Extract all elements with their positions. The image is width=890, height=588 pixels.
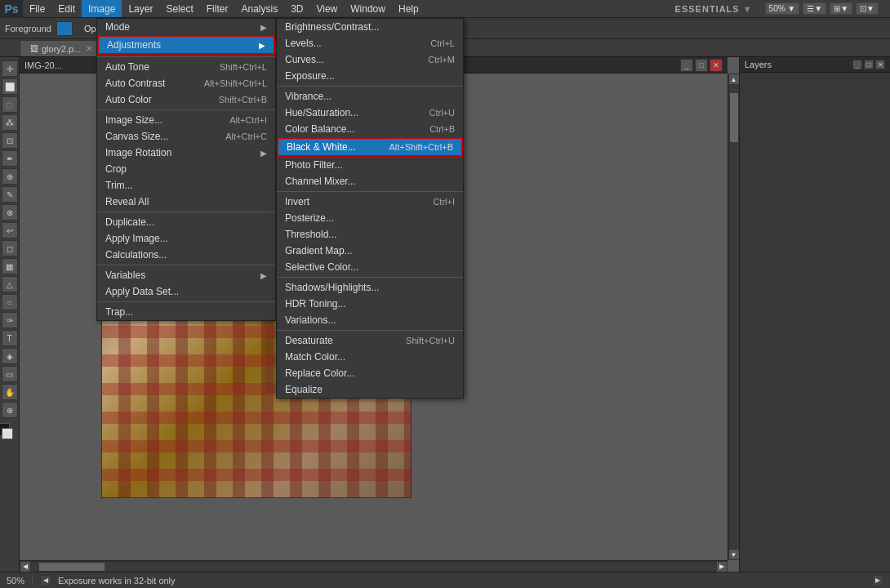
menu-select[interactable]: Select [159, 0, 199, 17]
tab-glory2[interactable]: 🖼 glory2.p... ✕ [20, 40, 103, 56]
adj-curves[interactable]: Curves... Ctrl+M [277, 51, 463, 68]
adj-invert[interactable]: Invert Ctrl+I [277, 194, 463, 210]
tool-brush[interactable]: ✎ [2, 186, 18, 203]
menu-canvas-size[interactable]: Canvas Size... Alt+Ctrl+C [97, 128, 275, 145]
adj-variations[interactable]: Variations... [277, 312, 463, 328]
tool-clone[interactable]: ⊗ [2, 204, 18, 220]
tool-shape[interactable]: ▭ [2, 366, 18, 382]
panel-close[interactable]: ✕ [875, 60, 885, 69]
adj-posterize[interactable]: Posterize... [277, 210, 463, 226]
menu-bar: Ps File Edit Image Layer Select Filter A… [0, 0, 890, 18]
panel-minimize[interactable]: _ [852, 60, 862, 69]
tool-eyedropper[interactable]: ✒ [2, 150, 18, 167]
menu-apply-image[interactable]: Apply Image... [97, 230, 275, 247]
menu-window[interactable]: Window [344, 0, 392, 17]
menu-help[interactable]: Help [392, 0, 425, 17]
adj-levels[interactable]: Levels... Ctrl+L [277, 35, 463, 51]
adj-vibrance[interactable]: Vibrance... [277, 88, 463, 105]
adj-gradient-map[interactable]: Gradient Map... [277, 243, 463, 259]
menu-image[interactable]: Image [82, 0, 122, 17]
menu-file[interactable]: File [23, 0, 51, 17]
menu-auto-contrast[interactable]: Auto Contrast Alt+Shift+Ctrl+L [97, 75, 275, 91]
adj-hue-saturation[interactable]: Hue/Saturation... Ctrl+U [277, 105, 463, 121]
menu-apply-data-set[interactable]: Apply Data Set... [97, 283, 275, 300]
scroll-down-btn[interactable]: ▼ [729, 550, 739, 559]
scroll-h-thumb[interactable] [39, 563, 105, 571]
adj-photo-filter[interactable]: Photo Filter... [277, 157, 463, 173]
menu-view[interactable]: View [309, 0, 344, 17]
foreground-color-swatch[interactable] [56, 21, 73, 36]
extras-dropdown[interactable]: ⊡▼ [856, 2, 879, 15]
menu-calculations[interactable]: Calculations... [97, 247, 275, 263]
horizontal-scrollbar[interactable]: ◀ ▶ [20, 560, 728, 572]
adj-equalize[interactable]: Equalize [277, 381, 463, 398]
menu-image-rotation[interactable]: Image Rotation ▶ [97, 145, 275, 161]
doc-maximize-btn[interactable]: □ [695, 59, 708, 72]
workspace-label: ESSENTIALS ▼ 50% ▼ ☰▼ ⊞▼ ⊡▼ [675, 2, 890, 15]
menu-layer[interactable]: Layer [122, 0, 159, 17]
menu-filter[interactable]: Filter [200, 0, 235, 17]
tool-select-rect[interactable]: ⬜ [2, 78, 18, 95]
tool-move[interactable]: ✛ [2, 60, 18, 77]
tool-path-select[interactable]: ◈ [2, 348, 18, 364]
tool-heal[interactable]: ⊕ [2, 168, 18, 185]
menu-auto-tone[interactable]: Auto Tone Shift+Ctrl+L [97, 59, 275, 75]
adj-exposure[interactable]: Exposure... [277, 68, 463, 84]
adj-selective-color[interactable]: Selective Color... [277, 259, 463, 275]
background-color-btn[interactable] [2, 428, 13, 439]
tool-pen[interactable]: ✑ [2, 312, 18, 328]
adj-brightness-contrast[interactable]: Brightness/Contrast... [277, 19, 463, 35]
tool-zoom[interactable]: ⊕ [2, 402, 18, 418]
adj-replace-color[interactable]: Replace Color... [277, 365, 463, 381]
scroll-v-thumb[interactable] [730, 93, 738, 142]
adj-channel-mixer[interactable]: Channel Mixer... [277, 173, 463, 189]
menu-image-size[interactable]: Image Size... Alt+Ctrl+I [97, 112, 275, 128]
screen-mode-dropdown[interactable]: ☰▼ [803, 2, 826, 15]
scroll-left-btn[interactable]: ◀ [20, 562, 30, 572]
scroll-v-track[interactable] [730, 85, 738, 549]
tool-type[interactable]: T [2, 330, 18, 346]
adj-threshold[interactable]: Threshold... [277, 226, 463, 243]
foreground-label: Foreground [5, 24, 51, 33]
tool-blur[interactable]: △ [2, 276, 18, 292]
tool-eraser[interactable]: ◻ [2, 240, 18, 256]
menu-adjustments[interactable]: Adjustments ▶ [97, 35, 275, 55]
menu-auto-color[interactable]: Auto Color Shift+Ctrl+B [97, 91, 275, 108]
tool-dodge[interactable]: ○ [2, 294, 18, 310]
arrange-dropdown[interactable]: ⊞▼ [830, 2, 852, 15]
menu-duplicate[interactable]: Duplicate... [97, 214, 275, 230]
menu-crop[interactable]: Crop [97, 161, 275, 177]
vertical-scrollbar[interactable]: ▲ ▼ [728, 74, 739, 560]
zoom-scroll-left[interactable]: ◀ [40, 575, 51, 586]
scroll-up-btn[interactable]: ▲ [729, 74, 739, 84]
adj-desaturate[interactable]: Desaturate Shift+Ctrl+U [277, 332, 463, 349]
tool-crop[interactable]: ⊡ [2, 132, 18, 149]
doc-close-btn[interactable]: ✕ [710, 59, 723, 72]
adj-match-color[interactable]: Match Color... [277, 349, 463, 365]
zoom-scroll-right[interactable]: ▶ [872, 575, 883, 586]
adj-black-white[interactable]: Black & White... Alt+Shift+Ctrl+B [277, 137, 463, 157]
panel-expand[interactable]: □ [864, 60, 874, 69]
adjustments-submenu: Brightness/Contrast... Levels... Ctrl+L … [276, 18, 464, 399]
doc-minimize-btn[interactable]: _ [680, 59, 693, 72]
tool-magic-wand[interactable]: ⁂ [2, 114, 18, 131]
menu-3d[interactable]: 3D [284, 0, 309, 17]
adj-hdr-toning[interactable]: HDR Toning... [277, 296, 463, 312]
menu-reveal-all[interactable]: Reveal All [97, 194, 275, 210]
scroll-right-btn[interactable]: ▶ [717, 562, 727, 572]
tool-lasso[interactable]: ◌ [2, 96, 18, 113]
menu-edit[interactable]: Edit [51, 0, 82, 17]
menu-trim[interactable]: Trim... [97, 177, 275, 194]
zoom-dropdown[interactable]: 50% ▼ [765, 2, 800, 15]
menu-mode[interactable]: Mode ▶ [97, 19, 275, 35]
tool-hand[interactable]: ✋ [2, 384, 18, 400]
menu-trap[interactable]: Trap... [97, 304, 275, 320]
tool-gradient[interactable]: ▦ [2, 258, 18, 274]
adj-color-balance[interactable]: Color Balance... Ctrl+B [277, 121, 463, 137]
adj-shadows-highlights[interactable]: Shadows/Highlights... [277, 279, 463, 296]
scroll-h-track[interactable] [31, 563, 716, 571]
menu-analysis[interactable]: Analysis [234, 0, 284, 17]
menu-variables[interactable]: Variables ▶ [97, 267, 275, 283]
zoom-display: 50% [7, 576, 24, 586]
tool-history-brush[interactable]: ↩ [2, 222, 18, 238]
